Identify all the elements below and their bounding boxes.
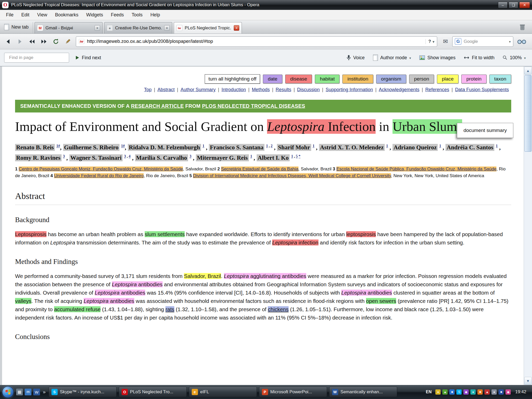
tray-icon[interactable]: ▲ <box>484 389 490 395</box>
task-eifl[interactable]: eeIFL <box>189 387 257 397</box>
fit-to-width-button[interactable]: Fit to width <box>462 55 496 61</box>
task-word[interactable]: WSemantically enhan... <box>329 387 397 397</box>
tray-icon[interactable]: ● <box>491 389 497 395</box>
close-button[interactable] <box>519 2 530 8</box>
quick-launch-overflow[interactable]: » <box>42 389 46 395</box>
scrollbar-thumb[interactable] <box>524 75 531 152</box>
tab-close-button[interactable] <box>95 25 100 31</box>
start-button[interactable] <box>2 386 14 398</box>
find-in-page-input[interactable] <box>9 55 66 60</box>
document-summary-button[interactable]: document summary <box>457 123 513 138</box>
nav-methods[interactable]: Methods <box>249 87 272 92</box>
badge-place[interactable]: place <box>437 75 458 83</box>
tab-creative-re-use-demo[interactable]: ●Creative Re-Use Demo... <box>104 22 172 34</box>
scroll-up-arrow[interactable]: ▲ <box>524 67 532 75</box>
menu-bookmarks[interactable]: Bookmarks <box>51 11 82 19</box>
task-powerpoint[interactable]: PMicrosoft PowerPoi... <box>259 387 327 397</box>
tray-icon[interactable]: ◆ <box>463 389 469 395</box>
menu-view[interactable]: View <box>33 11 51 19</box>
language-indicator[interactable]: EN <box>424 390 434 394</box>
tab-close-button[interactable] <box>164 25 170 31</box>
show-images-button[interactable]: Show images <box>417 55 457 61</box>
help-label: ? <box>428 39 431 44</box>
address-toolbar: iw ? ✉ G Google <box>0 34 532 49</box>
nav-references[interactable]: References <box>423 87 451 92</box>
tray-icon[interactable]: ● <box>435 389 441 395</box>
tab-plos-neglected-tropic[interactable]: iwPLoS Neglected Tropic... <box>174 22 242 34</box>
author-mode-button[interactable]: Author mode <box>371 55 413 61</box>
badge-date[interactable]: date <box>263 75 282 83</box>
menu-widgets[interactable]: Widgets <box>82 11 107 19</box>
tray-icon[interactable]: ■ <box>477 389 483 395</box>
find-next-icon <box>75 55 79 60</box>
voice-button[interactable]: Voice <box>344 55 367 61</box>
tray-icon[interactable]: ■ <box>498 389 504 395</box>
badge-organism[interactable]: organism <box>376 75 406 83</box>
nav-acknowledgements[interactable]: Acknowledgements <box>376 87 422 92</box>
nav-discussion[interactable]: Discussion <box>295 87 322 92</box>
url-input[interactable] <box>87 39 423 44</box>
quick-launch: ▦✉W <box>16 389 40 395</box>
find-next-label: Find next <box>82 55 101 61</box>
tray-icon[interactable]: S <box>456 389 462 395</box>
search-dropdown-icon[interactable] <box>509 39 511 44</box>
tray-icon[interactable]: ■ <box>449 389 455 395</box>
task-opera[interactable]: OPLoS Neglected Tro... <box>119 387 187 397</box>
vertical-scrollbar[interactable]: ▲ ▼ <box>524 66 532 385</box>
back-button[interactable] <box>3 36 14 47</box>
author-list: Renato B. Reis 1#, Guilherme S. Ribeiro … <box>15 142 511 163</box>
menu-file[interactable]: File <box>2 11 17 19</box>
fast-forward-button[interactable] <box>38 36 49 47</box>
mail-button[interactable]: ✉ <box>440 36 451 47</box>
quick-launch-mail-icon[interactable]: ✉ <box>25 389 31 395</box>
reload-button[interactable] <box>50 36 61 47</box>
tab-close-button[interactable] <box>234 25 239 31</box>
title-bar: O PLoS Neglected Tropical Diseases: Impa… <box>0 0 532 10</box>
forward-button[interactable] <box>15 36 25 47</box>
nav-author-summary[interactable]: Author Summary <box>178 87 218 92</box>
badge-person[interactable]: person <box>409 75 434 83</box>
badge-taxon[interactable]: taxon <box>489 75 511 83</box>
edit-button[interactable] <box>62 36 73 47</box>
badge-protein[interactable]: protein <box>461 75 486 83</box>
menu-feeds[interactable]: Feeds <box>107 11 128 19</box>
rewind-button[interactable] <box>26 36 37 47</box>
nav-supporting-information[interactable]: Supporting Information <box>323 87 375 92</box>
quick-launch-grid-icon[interactable]: ▦ <box>16 389 23 395</box>
clock[interactable]: 19:42 <box>513 389 529 395</box>
badge-habitat[interactable]: habitat <box>315 75 340 83</box>
tray-icon[interactable]: ◆ <box>506 389 511 395</box>
badge-disease[interactable]: disease <box>285 75 312 83</box>
nav-results[interactable]: Results <box>273 87 294 92</box>
find-field[interactable] <box>4 53 69 63</box>
nav-top[interactable]: Top <box>142 87 154 92</box>
minimize-button[interactable] <box>498 2 508 8</box>
closed-tabs-trash-button[interactable] <box>515 22 530 34</box>
help-button[interactable]: ? <box>425 39 434 44</box>
highlight-toggle-button[interactable]: turn all highlighting off <box>205 74 260 84</box>
zoom-control[interactable]: 100% <box>501 55 528 61</box>
menu-help[interactable]: Help <box>147 11 164 19</box>
menu-edit[interactable]: Edit <box>17 11 33 19</box>
task-skype[interactable]: SSkype™ - iryna.kuch... <box>49 387 117 397</box>
zoom-dropdown-icon[interactable] <box>524 55 526 61</box>
tray-icon[interactable]: ● <box>470 389 476 395</box>
tab-gmail-вхідні[interactable]: MGmail - Вхідні <box>35 22 103 34</box>
address-field[interactable]: iw ? <box>76 36 437 47</box>
find-next-button[interactable]: Find next <box>73 55 103 61</box>
scroll-down-arrow[interactable]: ▼ <box>524 377 532 385</box>
show-images-label: Show images <box>427 55 455 61</box>
quick-launch-word-icon[interactable]: W <box>33 389 40 395</box>
tray-icon[interactable]: ▲ <box>442 389 448 395</box>
view-button[interactable] <box>514 36 529 47</box>
nav-introduction[interactable]: Introduction <box>219 87 248 92</box>
maximize-button[interactable] <box>509 2 518 8</box>
conclusions-heading: Conclusions <box>15 333 511 341</box>
fast-forward-icon <box>40 38 48 45</box>
search-field[interactable]: G Google <box>452 36 513 47</box>
nav-data-fusion-supplements[interactable]: Data Fusion Supplements <box>453 87 511 92</box>
badge-institution[interactable]: institution <box>342 75 373 83</box>
menu-tools[interactable]: Tools <box>128 11 147 19</box>
new-tab-button[interactable]: New tab <box>2 22 33 34</box>
nav-abstract[interactable]: Abstract <box>155 87 177 92</box>
